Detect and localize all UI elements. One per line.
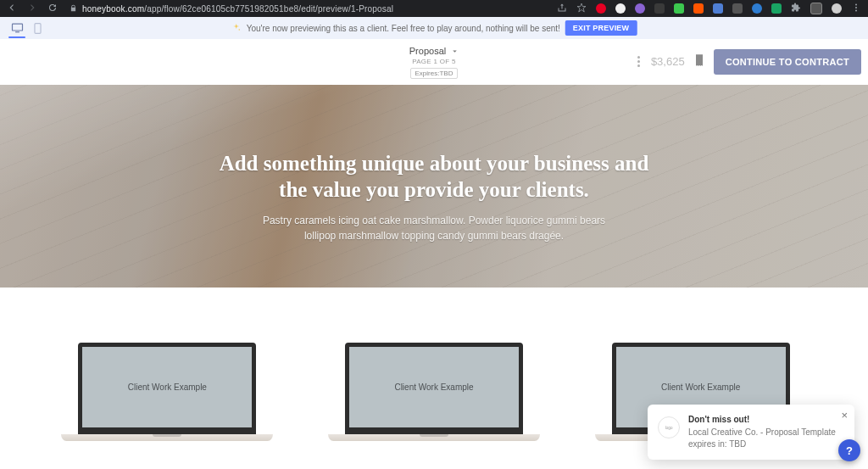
document-header: Proposal PAGE 1 OF 5 Expires:TBD $3,625 … — [0, 39, 868, 85]
reload-icon[interactable] — [47, 3, 58, 14]
extension-icon[interactable] — [732, 3, 743, 14]
star-icon[interactable] — [576, 3, 587, 14]
more-menu-icon[interactable] — [634, 54, 643, 69]
hero-section: Add something unique about your business… — [0, 85, 868, 288]
chevron-down-icon — [451, 47, 459, 55]
extension-icon[interactable] — [674, 3, 684, 14]
extensions-puzzle-icon[interactable] — [791, 3, 801, 14]
portfolio-label: Client Work Example — [128, 382, 207, 392]
extension-icon[interactable] — [713, 3, 723, 14]
document-title: Proposal — [409, 46, 446, 56]
extension-icon[interactable] — [752, 3, 762, 14]
continue-to-contract-button[interactable]: CONTINUE TO CONTRACT — [714, 49, 861, 75]
share-icon[interactable] — [557, 3, 567, 14]
svg-rect-5 — [34, 23, 40, 33]
mobile-device-icon[interactable] — [31, 22, 44, 34]
svg-point-1 — [855, 7, 857, 8]
back-icon[interactable] — [7, 3, 17, 14]
extension-pinterest-icon[interactable] — [596, 3, 606, 14]
lock-icon — [70, 4, 77, 14]
extension-icon[interactable] — [654, 3, 665, 14]
price-display: $3,625 — [651, 55, 685, 68]
svg-point-6 — [238, 29, 240, 31]
close-icon[interactable]: × — [841, 410, 848, 421]
portfolio-label: Client Work Example — [394, 382, 473, 392]
svg-rect-3 — [12, 24, 22, 31]
laptop-mockup: Client Work Example — [78, 343, 256, 441]
browser-menu-icon[interactable] — [851, 3, 861, 14]
portfolio-label: Client Work Example — [661, 382, 740, 392]
preview-message: You're now previewing this as a client. … — [247, 24, 560, 33]
expires-badge: Expires:TBD — [410, 68, 459, 79]
device-toggle — [10, 22, 44, 34]
laptop-mockup: Client Work Example — [345, 343, 523, 441]
hero-subtext: Pastry caramels icing oat cake marshmall… — [256, 213, 612, 243]
svg-rect-4 — [15, 31, 19, 32]
sparkle-icon — [231, 23, 242, 33]
extension-icon[interactable] — [693, 3, 704, 14]
exit-preview-button[interactable]: EXIT PREVIEW — [565, 20, 637, 36]
help-button[interactable]: ? — [838, 439, 860, 461]
browser-toolbar: honeybook.com/app/flow/62ce06105cb775198… — [0, 0, 868, 17]
document-title-dropdown[interactable]: Proposal — [409, 46, 459, 56]
preview-banner: You're now previewing this as a client. … — [0, 17, 868, 39]
portfolio-item: Client Work Example — [318, 343, 551, 441]
receipt-icon[interactable] — [693, 53, 706, 70]
address-bar[interactable]: honeybook.com/app/flow/62ce06105cb775198… — [66, 4, 557, 14]
hero-heading: Add something unique about your business… — [214, 151, 654, 203]
notification-title: Don't miss out! — [688, 415, 843, 424]
desktop-device-icon[interactable] — [10, 22, 24, 34]
notification-card: × logo Don't miss out! Local Creative Co… — [648, 405, 854, 460]
svg-point-2 — [855, 10, 857, 12]
forward-icon[interactable] — [27, 3, 37, 14]
profile-avatar-icon[interactable] — [832, 3, 842, 14]
portfolio-item: Client Work Example — [51, 343, 284, 441]
extension-icon[interactable] — [615, 3, 626, 14]
notification-body: Local Creative Co. - Proposal Template e… — [688, 427, 843, 449]
notification-avatar: logo — [658, 416, 680, 438]
extension-icon[interactable] — [635, 3, 645, 14]
page-indicator: PAGE 1 OF 5 — [412, 58, 456, 65]
url-text: honeybook.com/app/flow/62ce06105cb775198… — [82, 4, 393, 14]
extension-icon[interactable] — [810, 3, 822, 14]
extension-icon[interactable] — [771, 3, 782, 14]
browser-right-icons — [557, 3, 861, 14]
svg-point-0 — [855, 4, 857, 6]
